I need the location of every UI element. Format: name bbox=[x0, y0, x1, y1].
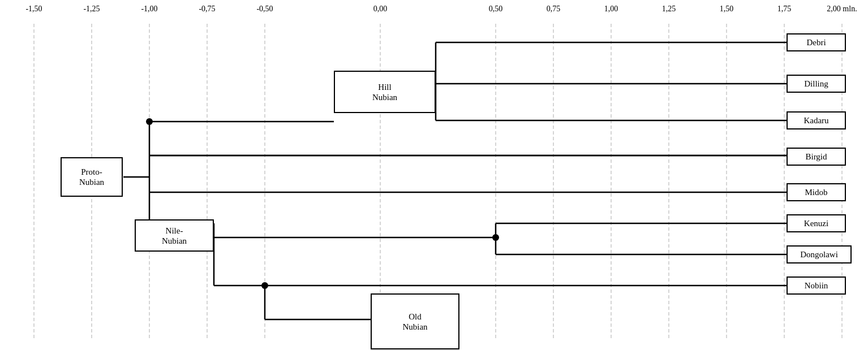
axis-label-10: 1,25 bbox=[662, 5, 676, 14]
leaf-dongolawi: Dongolawi bbox=[787, 245, 852, 263]
chart-container: -1,50 -1,25 -1,00 -0,75 -0,50 0,00 0,50 … bbox=[0, 0, 868, 350]
svg-point-35 bbox=[261, 282, 268, 289]
axis-label-7: 0,50 bbox=[489, 5, 503, 14]
axis-label-6: 0,00 bbox=[373, 5, 388, 14]
axis-label-3: -1,00 bbox=[141, 5, 157, 14]
old-nubian-node: OldNubian bbox=[371, 293, 459, 349]
axis-label-9: 1,00 bbox=[604, 5, 618, 14]
hill-nubian-node: HillNubian bbox=[334, 71, 436, 113]
leaf-kadaru: Kadaru bbox=[787, 111, 846, 129]
leaf-midob: Midob bbox=[787, 183, 846, 201]
leaf-dilling: Dilling bbox=[787, 75, 846, 93]
proto-nubian-node: Proto-Nubian bbox=[61, 157, 123, 197]
axis-label-11: 1,50 bbox=[720, 5, 734, 14]
axis-label-5: -0,50 bbox=[256, 5, 273, 14]
leaf-birgid: Birgid bbox=[787, 148, 846, 166]
leaf-kenuzi: Kenuzi bbox=[787, 214, 846, 232]
nile-nubian-node: Nile-Nubian bbox=[135, 219, 214, 252]
leaf-nobiin: Nobiin bbox=[787, 276, 846, 295]
svg-point-34 bbox=[492, 234, 499, 241]
axis-label-1: -1,50 bbox=[25, 5, 42, 14]
axis-label-8: 0,75 bbox=[547, 5, 561, 14]
svg-point-32 bbox=[146, 118, 153, 125]
axis-label-2: -1,25 bbox=[83, 5, 100, 14]
axis-label-4: -0,75 bbox=[199, 5, 215, 14]
axis-label-13: 2,00 mln. bbox=[827, 5, 857, 14]
leaf-debri: Debri bbox=[787, 33, 846, 51]
axis-label-12: 1,75 bbox=[777, 5, 792, 14]
